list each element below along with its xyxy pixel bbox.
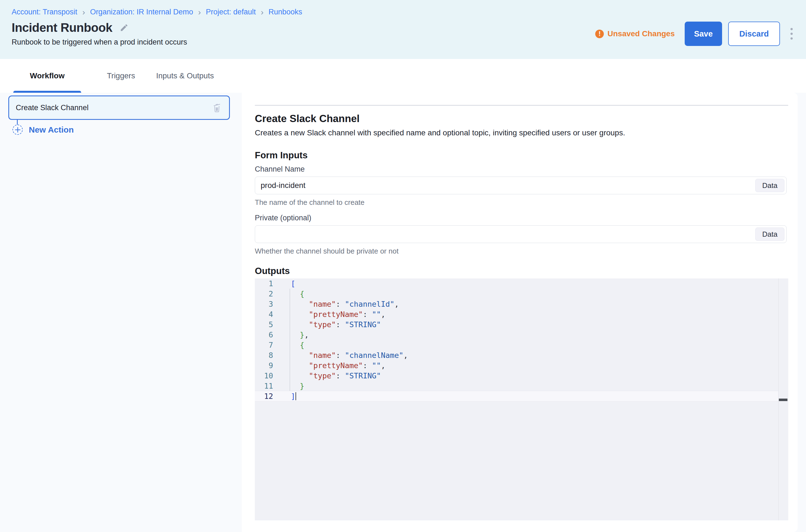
code-line[interactable]: 5 "type": "STRING" bbox=[255, 319, 788, 330]
breadcrumb-separator: › bbox=[198, 8, 201, 16]
breadcrumb-separator: › bbox=[261, 8, 263, 16]
action-description: Creates a new Slack channel with specifi… bbox=[255, 128, 798, 137]
code-line-text: { bbox=[273, 289, 305, 299]
line-number: 7 bbox=[255, 340, 273, 350]
section-divider bbox=[255, 105, 788, 106]
tab-workflow[interactable]: Workflow bbox=[13, 59, 81, 93]
line-number: 2 bbox=[255, 289, 273, 299]
code-line[interactable]: 3 "name": "channelId", bbox=[255, 299, 788, 309]
code-line[interactable]: 1[ bbox=[255, 279, 788, 289]
outputs-heading: Outputs bbox=[255, 265, 798, 277]
line-number: 11 bbox=[255, 381, 273, 391]
code-line-text: "name": "channelId", bbox=[273, 299, 399, 309]
page-title: Incident Runbook bbox=[12, 21, 112, 35]
text-cursor bbox=[295, 392, 296, 400]
channel-name-help: The name of the channel to create bbox=[255, 198, 798, 207]
private-label: Private (optional) bbox=[255, 213, 798, 223]
code-line-text: "type": "STRING" bbox=[273, 319, 381, 330]
code-line-text: }, bbox=[273, 330, 309, 340]
breadcrumb-link-project[interactable]: Project: default bbox=[206, 8, 256, 16]
code-line-text: "type": "STRING" bbox=[273, 370, 381, 381]
code-line[interactable]: 10 "type": "STRING" bbox=[255, 370, 788, 381]
code-line[interactable]: 6 }, bbox=[255, 330, 788, 340]
channel-name-label: Channel Name bbox=[255, 165, 798, 174]
action-card-label: Create Slack Channel bbox=[16, 103, 211, 112]
private-input[interactable] bbox=[255, 225, 787, 243]
private-help: Whether the channel should be private or… bbox=[255, 247, 798, 255]
action-detail-panel: Create Slack Channel Creates a new Slack… bbox=[242, 93, 798, 532]
plus-icon bbox=[13, 125, 23, 135]
page-header: Account: Transposit › Organization: IR I… bbox=[0, 0, 806, 59]
editor-scrollbar-track bbox=[778, 279, 778, 520]
outputs-code-editor[interactable]: 1[2 {3 "name": "channelId",4 "prettyName… bbox=[255, 279, 788, 520]
breadcrumb-link-organization[interactable]: Organization: IR Internal Demo bbox=[90, 8, 193, 16]
unsaved-changes-label: Unsaved Changes bbox=[607, 29, 675, 38]
line-number: 10 bbox=[255, 370, 273, 381]
line-number: 1 bbox=[255, 279, 273, 289]
code-line[interactable]: 9 "prettyName": "", bbox=[255, 360, 788, 370]
breadcrumb-link-account[interactable]: Account: Transposit bbox=[12, 8, 77, 16]
channel-name-data-button[interactable]: Data bbox=[755, 179, 784, 192]
form-inputs-heading: Form Inputs bbox=[255, 150, 798, 161]
workflow-connector-line bbox=[17, 120, 18, 125]
code-line[interactable]: 2 { bbox=[255, 289, 788, 299]
code-line-text: [ bbox=[273, 279, 295, 289]
line-number: 5 bbox=[255, 319, 273, 330]
code-line[interactable]: 12] bbox=[255, 391, 778, 401]
tab-inputs-outputs[interactable]: Inputs & Outputs bbox=[156, 59, 214, 93]
line-number: 4 bbox=[255, 309, 273, 319]
tab-triggers[interactable]: Triggers bbox=[107, 59, 135, 93]
warning-icon: ! bbox=[595, 30, 604, 38]
workflow-steps-panel: Create Slack Channel New Action bbox=[0, 93, 242, 532]
action-title: Create Slack Channel bbox=[255, 113, 798, 125]
line-number: 3 bbox=[255, 299, 273, 309]
code-line[interactable]: 4 "prettyName": "", bbox=[255, 309, 788, 319]
line-number: 8 bbox=[255, 350, 273, 360]
code-line[interactable]: 8 "name": "channelName", bbox=[255, 350, 788, 360]
breadcrumb-link-runbooks[interactable]: Runbooks bbox=[269, 8, 302, 16]
tab-bar: Workflow Triggers Inputs & Outputs bbox=[0, 59, 806, 93]
new-action-button[interactable]: New Action bbox=[13, 125, 242, 135]
breadcrumb-separator: › bbox=[82, 8, 85, 16]
unsaved-changes-badge: ! Unsaved Changes bbox=[595, 29, 675, 38]
kebab-menu-icon[interactable] bbox=[789, 26, 794, 41]
editor-scrollbar-thumb[interactable] bbox=[779, 399, 787, 401]
code-editor-lines: 1[2 {3 "name": "channelId",4 "prettyName… bbox=[255, 279, 788, 401]
code-line-text: } bbox=[273, 381, 305, 391]
channel-name-input[interactable] bbox=[255, 176, 787, 194]
code-line[interactable]: 7 { bbox=[255, 340, 788, 350]
code-line[interactable]: 11 } bbox=[255, 381, 788, 391]
code-line-text: "prettyName": "", bbox=[273, 309, 385, 319]
edit-title-icon[interactable] bbox=[120, 23, 129, 32]
code-line-text: { bbox=[273, 340, 305, 350]
line-number: 9 bbox=[255, 360, 273, 370]
action-card-create-slack-channel[interactable]: Create Slack Channel bbox=[8, 95, 230, 120]
discard-button[interactable]: Discard bbox=[728, 22, 780, 46]
new-action-label: New Action bbox=[29, 125, 74, 134]
breadcrumb: Account: Transposit › Organization: IR I… bbox=[12, 8, 806, 16]
code-line-text: "name": "channelName", bbox=[273, 350, 408, 360]
code-line-text: ] bbox=[273, 391, 296, 401]
save-button[interactable]: Save bbox=[685, 22, 722, 46]
delete-action-icon[interactable] bbox=[211, 102, 222, 113]
code-line-text: "prettyName": "", bbox=[273, 360, 385, 370]
line-number: 6 bbox=[255, 330, 273, 340]
private-data-button[interactable]: Data bbox=[755, 228, 784, 241]
line-number: 12 bbox=[255, 391, 273, 401]
